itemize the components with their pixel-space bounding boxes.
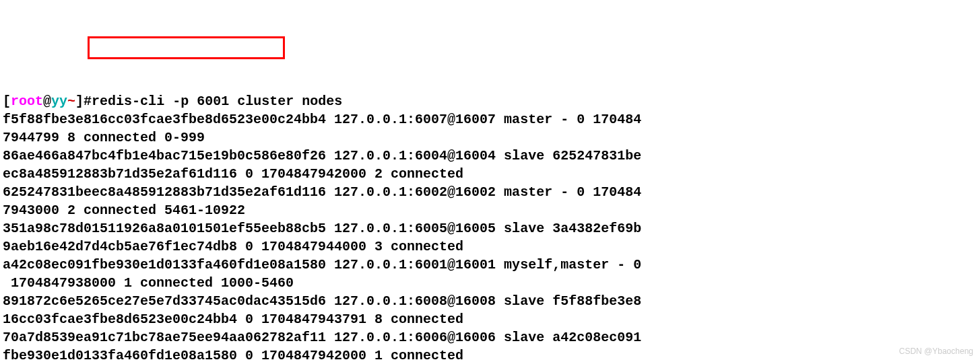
prompt-host: yy <box>51 94 67 109</box>
output-line: 1704847938000 1 connected 1000-5460 <box>3 275 294 291</box>
prompt-tilde: ~ <box>67 94 75 109</box>
output-line: 351a98c78d01511926a8a0101501ef55eeb88cb5… <box>3 221 641 236</box>
prompt-user: root <box>11 94 43 109</box>
highlight-annotation <box>88 36 285 59</box>
output-line: 625247831beec8a485912883b71d35e2af61d116… <box>3 184 641 200</box>
prompt-line: [root@yy~]#redis-cli -p 6001 cluster nod… <box>3 94 342 109</box>
prompt-at: @ <box>43 94 51 109</box>
command-text: redis-cli -p 6001 cluster nodes <box>92 94 342 109</box>
output-line: fbe930e1d0133fa460fd1e08a1580 0 17048479… <box>3 348 463 362</box>
output-line: 7943000 2 connected 5461-10922 <box>3 203 245 218</box>
output-line: 86ae466a847bc4fb1e4bac715e19b0c586e80f26… <box>3 148 641 164</box>
output-line: 16cc03fcae3fbe8d6523e00c24bb4 0 17048479… <box>3 312 463 327</box>
output-line: 7944799 8 connected 0-999 <box>3 130 205 145</box>
output-line: ec8a485912883b71d35e2af61d116 0 17048479… <box>3 166 463 182</box>
output-line: 70a7d8539ea91c71bc78ae75ee94aa062782af11… <box>3 330 641 345</box>
prompt-bracket-open: [ <box>3 94 11 109</box>
prompt-hash: # <box>84 94 92 109</box>
output-line: 891872c6e5265ce27e5e7d33745ac0dac43515d6… <box>3 293 641 309</box>
output-line: a42c08ec091fbe930e1d0133fa460fd1e08a1580… <box>3 257 641 273</box>
terminal-output: [root@yy~]#redis-cli -p 6001 cluster nod… <box>3 74 977 362</box>
watermark-text: CSDN @Ybaocheng <box>899 346 973 357</box>
output-line: f5f88fbe3e816cc03fcae3fbe8d6523e00c24bb4… <box>3 112 641 127</box>
prompt-bracket-close: ] <box>75 94 84 109</box>
output-line: 9aeb16e42d7d4cb5ae76f1ec74db8 0 17048479… <box>3 239 463 254</box>
